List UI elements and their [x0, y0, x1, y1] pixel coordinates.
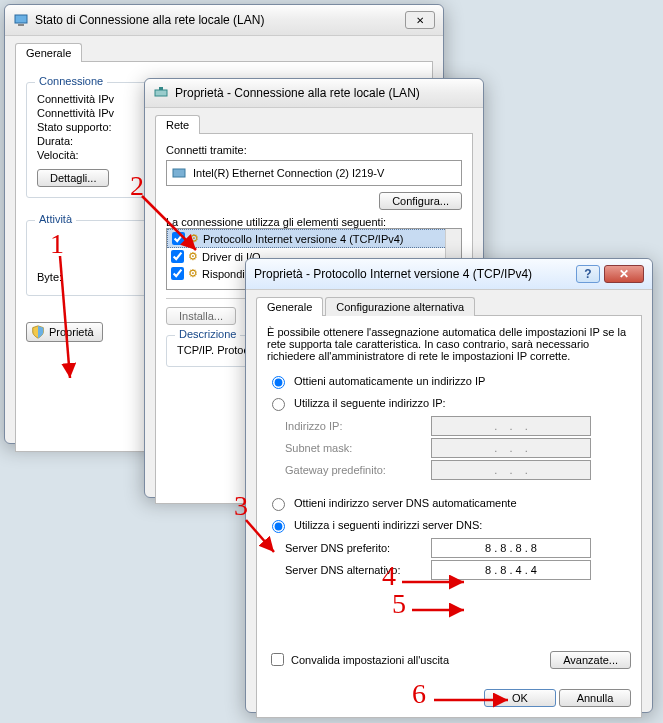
install-button[interactable]: Installa... [166, 307, 236, 325]
ip-label: Indirizzo IP: [285, 420, 425, 432]
connect-via-label: Connetti tramite: [166, 144, 462, 156]
validate-checkbox-input[interactable] [271, 653, 284, 666]
properties-button-label: Proprietà [49, 326, 94, 338]
radio-dns-manual-input[interactable] [272, 520, 285, 533]
tab-config-alt[interactable]: Configurazione alternativa [325, 297, 475, 316]
intro-text: È possibile ottenere l'assegnazione auto… [267, 326, 631, 362]
network-icon [13, 12, 29, 28]
dns-alt-label: Server DNS alternativo: [285, 564, 425, 576]
gateway-input: . . . [431, 460, 591, 480]
titlebar[interactable]: Proprietà - Protocollo Internet versione… [246, 259, 652, 290]
window-title: Proprietà - Connessione alla rete locale… [175, 86, 475, 100]
ipv4-properties-window: Proprietà - Protocollo Internet versione… [245, 258, 653, 713]
radio-label: Utilizza il seguente indirizzo IP: [294, 397, 446, 409]
radio-dns-auto[interactable]: Ottieni indirizzo server DNS automaticam… [267, 495, 631, 511]
checkbox-responder[interactable] [171, 267, 184, 280]
nic-icon [171, 165, 187, 181]
tab-generale[interactable]: Generale [15, 43, 82, 62]
ok-button[interactable]: OK [484, 689, 556, 707]
properties-button[interactable]: Proprietà [26, 322, 103, 342]
list-item-ipv4[interactable]: ⚙ Protocollo Internet versione 4 (TCP/IP… [167, 229, 461, 248]
validate-checkbox[interactable]: Convalida impostazioni all'uscita [267, 650, 449, 669]
validate-label: Convalida impostazioni all'uscita [291, 654, 449, 666]
ip-input: . . . [431, 416, 591, 436]
gateway-label: Gateway predefinito: [285, 464, 425, 476]
dns-pref-input[interactable]: 8 . 8 . 8 . 8 [431, 538, 591, 558]
dns-pref-label: Server DNS preferito: [285, 542, 425, 554]
help-button[interactable]: ? [576, 265, 600, 283]
radio-label: Ottieni automaticamente un indirizzo IP [294, 375, 485, 387]
cancel-button[interactable]: Annulla [559, 689, 631, 707]
shield-icon [31, 325, 45, 339]
adapter-name: Intel(R) Ethernet Connection (2) I219-V [193, 167, 384, 179]
group-connection: Connessione [35, 75, 107, 87]
checkbox-driver[interactable] [171, 250, 184, 263]
dns-alt-input[interactable]: 8 . 8 . 4 . 4 [431, 560, 591, 580]
adapter-icon [153, 85, 169, 101]
group-activity: Attività [35, 213, 76, 225]
adapter-box: Intel(R) Ethernet Connection (2) I219-V [166, 160, 462, 186]
radio-dns-manual[interactable]: Utilizza i seguenti indirizzi server DNS… [267, 517, 631, 533]
mask-label: Subnet mask: [285, 442, 425, 454]
advanced-button[interactable]: Avanzate... [550, 651, 631, 669]
radio-label: Ottieni indirizzo server DNS automaticam… [294, 497, 517, 509]
svg-rect-1 [18, 24, 24, 26]
titlebar[interactable]: Proprietà - Connessione alla rete locale… [145, 79, 483, 108]
radio-dns-auto-input[interactable] [272, 498, 285, 511]
close-button[interactable]: ✕ [405, 11, 435, 29]
tab-generale[interactable]: Generale [256, 297, 323, 316]
radio-ip-auto[interactable]: Ottieni automaticamente un indirizzo IP [267, 373, 631, 389]
svg-rect-3 [159, 87, 163, 90]
radio-label: Utilizza i seguenti indirizzi server DNS… [294, 519, 482, 531]
details-button[interactable]: Dettagli... [37, 169, 109, 187]
configure-button[interactable]: Configura... [379, 192, 462, 210]
svg-rect-4 [173, 169, 185, 177]
titlebar[interactable]: Stato di Connessione alla rete locale (L… [5, 5, 443, 36]
svg-rect-2 [155, 90, 167, 96]
close-button[interactable]: ✕ [604, 265, 644, 283]
elements-label: La connessione utilizza gli elementi seg… [166, 216, 462, 228]
checkbox-ipv4[interactable] [172, 232, 185, 245]
radio-ip-auto-input[interactable] [272, 376, 285, 389]
list-item-label: Protocollo Internet versione 4 (TCP/IPv4… [203, 233, 404, 245]
tab-rete[interactable]: Rete [155, 115, 200, 134]
description-title: Descrizione [175, 328, 240, 340]
window-title: Stato di Connessione alla rete locale (L… [35, 13, 405, 27]
radio-ip-manual[interactable]: Utilizza il seguente indirizzo IP: [267, 395, 631, 411]
radio-ip-manual-input[interactable] [272, 398, 285, 411]
svg-rect-0 [15, 15, 27, 23]
mask-input: . . . [431, 438, 591, 458]
window-title: Proprietà - Protocollo Internet versione… [254, 267, 576, 281]
